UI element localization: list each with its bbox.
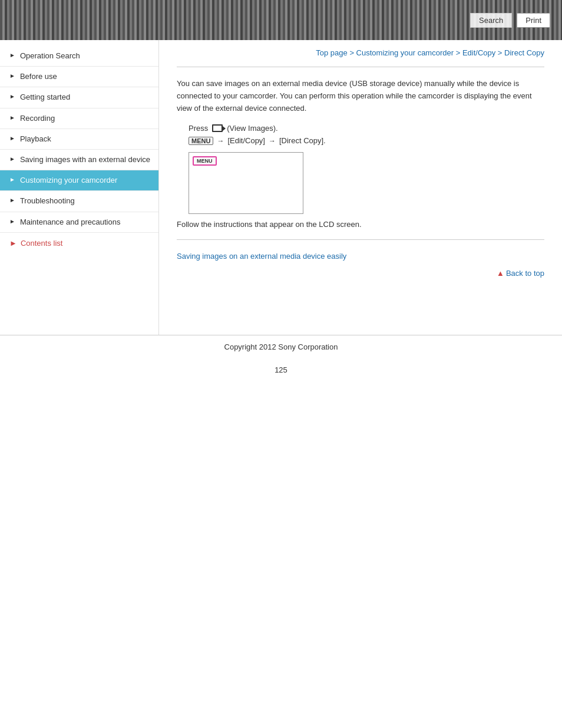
camcorder-menu-button: MENU [193, 156, 217, 166]
view-images-icon [212, 124, 223, 132]
related-link[interactable]: Saving images on an external media devic… [177, 252, 346, 261]
back-to-top-link[interactable]: ▲Back to top [497, 269, 544, 278]
sidebar-item-label: Customizing your camcorder [20, 175, 117, 186]
arrow1-icon: → [217, 137, 224, 145]
sidebar-item-saving-images[interactable]: ► Saving images with an external device [0, 150, 158, 170]
menu-line: MENU → [Edit/Copy] → [Direct Copy]. [189, 136, 544, 145]
sidebar-item-customizing[interactable]: ► Customizing your camcorder [0, 170, 158, 191]
back-to-top-label: Back to top [506, 269, 544, 278]
bottom-divider [177, 239, 544, 240]
sidebar-item-label: Before use [20, 71, 57, 82]
sidebar-arrow-icon: ► [9, 114, 15, 121]
arrow2-icon: → [269, 137, 276, 145]
step2-direct-copy: [Direct Copy]. [279, 136, 326, 145]
sidebar-item-label: Maintenance and precautions [20, 217, 121, 228]
sidebar-arrow-icon: ► [9, 197, 15, 203]
sidebar-arrow-icon: ► [9, 52, 15, 58]
menu-badge: MENU [189, 137, 213, 145]
main-content: Top page > Customizing your camcorder > … [159, 40, 562, 293]
sidebar-item-playback[interactable]: ► Playback [0, 129, 158, 150]
step1-suffix: (View Images). [227, 124, 277, 133]
main-layout: ► Operation Search ► Before use ► Gettin… [0, 40, 562, 335]
breadcrumb: Top page > Customizing your camcorder > … [177, 40, 544, 63]
header: Search Print [0, 0, 562, 40]
breadcrumb-top-page[interactable]: Top page [316, 48, 348, 57]
top-divider [177, 67, 544, 67]
sidebar-item-maintenance[interactable]: ► Maintenance and precautions [0, 212, 158, 233]
search-button[interactable]: Search [470, 13, 512, 28]
footer: Copyright 2012 Sony Corporation [0, 335, 562, 356]
sidebar-item-label: Saving images with an external device [20, 154, 150, 165]
print-button[interactable]: Print [517, 13, 550, 28]
sidebar-item-label: Playback [20, 134, 51, 144]
breadcrumb-sep1: > [348, 48, 356, 57]
camcorder-screen-mockup: MENU [189, 152, 303, 214]
breadcrumb-customizing[interactable]: Customizing your camcorder [356, 48, 454, 57]
breadcrumb-sep2: > [454, 48, 462, 57]
sidebar-item-getting-started[interactable]: ► Getting started [0, 87, 158, 108]
sidebar-item-operation-search[interactable]: ► Operation Search [0, 46, 158, 67]
contents-list-arrow-icon: ► [9, 239, 17, 248]
page-number: 125 [0, 356, 562, 380]
contents-list-label: Contents list [21, 239, 63, 248]
sidebar-item-recording[interactable]: ► Recording [0, 108, 158, 129]
follow-instructions-text: Follow the instructions that appear on t… [177, 220, 544, 229]
contents-list-link[interactable]: ► Contents list [0, 233, 158, 253]
sidebar-item-label: Recording [20, 113, 55, 124]
back-to-top-triangle-icon: ▲ [497, 269, 504, 278]
copyright-text: Copyright 2012 Sony Corporation [224, 342, 338, 351]
sidebar-item-label: Operation Search [20, 51, 80, 61]
sidebar-arrow-icon: ► [9, 156, 15, 162]
back-to-top[interactable]: ▲Back to top [177, 269, 544, 278]
content-description: You can save images on an external media… [177, 78, 544, 114]
sidebar-item-before-use[interactable]: ► Before use [0, 67, 158, 87]
sidebar-item-label: Getting started [20, 92, 70, 103]
sidebar-item-label: Troubleshooting [20, 196, 75, 206]
sidebar-arrow-icon: ► [9, 73, 15, 79]
step1-press-label: Press [189, 124, 208, 133]
sidebar-item-troubleshooting[interactable]: ► Troubleshooting [0, 191, 158, 212]
sidebar-arrow-icon: ► [9, 218, 15, 225]
sidebar-arrow-icon: ► [9, 135, 15, 141]
step1-line: Press (View Images). [189, 124, 544, 133]
step2-edit-copy: [Edit/Copy] [227, 136, 265, 145]
breadcrumb-edit-copy[interactable]: Edit/Copy [462, 48, 495, 57]
sidebar-arrow-icon: ► [9, 176, 15, 183]
sidebar-arrow-icon: ► [9, 93, 15, 100]
breadcrumb-direct-copy[interactable]: Direct Copy [504, 48, 544, 57]
breadcrumb-sep3: > [495, 48, 504, 57]
sidebar: ► Operation Search ► Before use ► Gettin… [0, 40, 159, 335]
